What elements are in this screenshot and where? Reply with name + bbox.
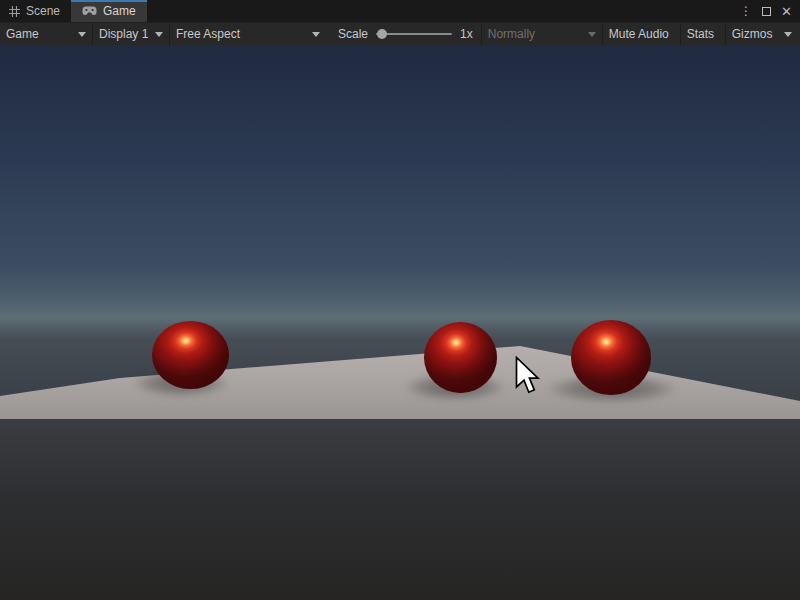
chevron-down-icon [312,32,320,37]
red-sphere-right [571,320,651,395]
maximize-icon[interactable] [762,5,771,18]
aspect-ratio-dropdown[interactable]: Free Aspect [170,23,326,45]
aspect-ratio-dropdown-label: Free Aspect [176,27,240,41]
game-mode-dropdown[interactable]: Game [0,23,92,45]
chevron-down-icon [78,32,86,37]
chevron-down-icon [588,32,596,37]
window-controls: ⋮ ✕ [740,0,792,22]
red-sphere-left [152,321,229,389]
gamepad-icon [82,6,97,16]
scene-grid-icon [9,6,20,17]
tab-scene-label: Scene [26,4,60,18]
scale-slider-track[interactable] [376,33,452,35]
tab-bar: Scene Game ⋮ ✕ [0,0,800,22]
scale-label: Scale [338,27,368,41]
gizmos-dropdown-label: Gizmos [732,27,773,41]
scale-slider[interactable] [376,27,452,41]
scale-slider-knob[interactable] [377,29,387,39]
tab-game[interactable]: Game [71,0,147,22]
red-sphere-middle [424,322,497,393]
mouse-cursor-icon [515,356,541,398]
stats-button[interactable]: Stats [681,23,725,45]
chevron-down-icon [784,32,792,37]
scale-control: Scale 1x [326,23,481,45]
display-dropdown-label: Display 1 [99,27,148,41]
close-icon[interactable]: ✕ [781,5,792,18]
unity-game-view-window: Scene Game ⋮ ✕ Game Display 1 [0,0,800,600]
game-view-toolbar: Game Display 1 Free Aspect Scale 1x Norm… [0,22,800,45]
stats-label: Stats [687,27,714,41]
gizmos-dropdown[interactable]: Gizmos [726,23,800,45]
chevron-down-icon [155,32,163,37]
enter-play-mode-label: Normally [488,27,535,41]
tab-scene[interactable]: Scene [0,0,71,22]
kebab-menu-icon[interactable]: ⋮ [740,5,752,17]
tab-game-label: Game [103,4,136,18]
enter-play-mode-dropdown[interactable]: Normally [482,23,602,45]
mute-audio-label: Mute Audio [609,27,669,41]
sky-gradient [0,45,800,600]
game-mode-dropdown-label: Game [6,27,39,41]
maximize-box-glyph [762,7,771,16]
display-dropdown[interactable]: Display 1 [93,23,169,45]
game-viewport[interactable] [0,45,800,600]
mute-audio-button[interactable]: Mute Audio [603,23,680,45]
scale-value: 1x [460,27,473,41]
